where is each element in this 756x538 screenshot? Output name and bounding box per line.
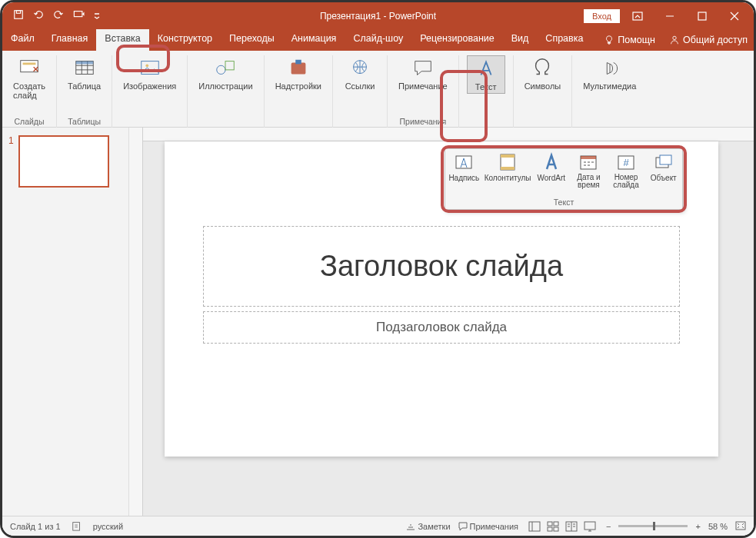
wordart-button[interactable]: WordArt xyxy=(532,149,570,197)
minimize-icon[interactable] xyxy=(655,5,684,28)
symbols-label: Символы xyxy=(525,81,561,91)
redo-icon[interactable] xyxy=(53,9,64,22)
svg-rect-21 xyxy=(548,527,552,531)
images-button[interactable]: Изображения xyxy=(120,55,179,92)
svg-rect-17 xyxy=(72,522,79,530)
login-button[interactable]: Вход xyxy=(584,9,620,23)
zoom-in-icon[interactable]: + xyxy=(695,522,700,531)
svg-rect-22 xyxy=(554,527,558,531)
symbols-button[interactable]: Символы xyxy=(521,55,565,92)
share-label: Общий доступ xyxy=(683,35,748,45)
svg-rect-25 xyxy=(736,522,745,530)
datetime-label: Дата и время xyxy=(577,174,601,189)
reading-view-icon[interactable] xyxy=(563,520,580,533)
svg-rect-19 xyxy=(548,522,552,526)
textbox-label: Надпись xyxy=(448,174,479,182)
subtitle-placeholder[interactable]: Подзаголовок слайда xyxy=(203,311,680,344)
spellcheck-icon[interactable] xyxy=(72,520,82,533)
addins-button[interactable]: Надстройки xyxy=(272,55,325,92)
close-icon[interactable] xyxy=(720,5,749,28)
title-placeholder[interactable]: Заголовок слайда xyxy=(203,226,680,307)
textbox-button[interactable]: Надпись xyxy=(445,149,483,197)
ribbon: Создать слайд Слайды Таблица Таблицы Изо… xyxy=(2,51,754,128)
svg-point-5 xyxy=(673,36,676,39)
svg-rect-0 xyxy=(15,11,23,19)
share-button[interactable]: Общий доступ xyxy=(663,35,754,45)
status-bar: Слайд 1 из 1 русский Заметки Примечания … xyxy=(2,516,754,536)
svg-rect-7 xyxy=(23,63,36,65)
illustrations-button[interactable]: Иллюстрации xyxy=(195,55,255,92)
group-slides-label: Слайды xyxy=(14,117,44,128)
text-flyout-panel: Надпись Колонтитулы WordArt Дата и время… xyxy=(445,148,683,210)
images-label: Изображения xyxy=(123,81,176,91)
slideshow-view-icon[interactable] xyxy=(581,520,598,533)
save-icon[interactable] xyxy=(13,9,24,22)
slide-thumbnail-1[interactable] xyxy=(18,135,109,188)
qat-dropdown-icon[interactable] xyxy=(94,11,100,22)
slidenumber-button[interactable]: #Номер слайда xyxy=(608,149,645,197)
ribbon-display-icon[interactable] xyxy=(623,5,652,28)
tab-transitions[interactable]: Переходы xyxy=(221,29,283,51)
object-button[interactable]: Объект xyxy=(644,149,682,197)
tell-me-button[interactable]: Помощн xyxy=(598,35,661,45)
horizontal-ruler xyxy=(143,128,754,141)
window-title: Презентация1 - PowerPoint xyxy=(320,11,436,22)
fit-to-window-icon[interactable] xyxy=(735,521,746,532)
sorter-view-icon[interactable] xyxy=(545,520,561,533)
wordart-label: WordArt xyxy=(538,174,566,182)
tab-slideshow[interactable]: Слайд-шоу xyxy=(345,29,411,51)
svg-rect-1 xyxy=(16,11,20,14)
tab-review[interactable]: Рецензирование xyxy=(411,29,503,51)
flyout-group-label: Текст xyxy=(445,197,682,209)
tab-help[interactable]: Справка xyxy=(537,29,591,51)
undo-icon[interactable] xyxy=(33,9,44,22)
svg-rect-15 xyxy=(295,60,301,65)
zoom-out-icon[interactable]: − xyxy=(606,522,611,531)
tab-animations[interactable]: Анимация xyxy=(283,29,345,51)
text-button[interactable]: Текст xyxy=(467,55,505,94)
svg-rect-24 xyxy=(584,522,595,530)
svg-point-12 xyxy=(217,65,225,74)
svg-rect-14 xyxy=(291,63,305,75)
svg-rect-2 xyxy=(74,12,82,17)
svg-rect-18 xyxy=(529,522,540,531)
tab-view[interactable]: Вид xyxy=(503,29,538,51)
svg-point-11 xyxy=(145,64,148,67)
table-label: Таблица xyxy=(68,81,101,91)
tab-file[interactable]: Файл xyxy=(2,29,43,51)
zoom-value[interactable]: 58 % xyxy=(708,522,728,531)
notes-label: Заметки xyxy=(418,522,450,531)
group-tables-label: Таблицы xyxy=(68,117,101,128)
datetime-button[interactable]: Дата и время xyxy=(570,149,608,197)
svg-rect-20 xyxy=(554,522,558,526)
svg-rect-9 xyxy=(75,61,93,65)
comments-button[interactable]: Примечания xyxy=(458,522,519,531)
new-slide-button[interactable]: Создать слайд xyxy=(10,55,48,101)
normal-view-icon[interactable] xyxy=(526,520,543,533)
tab-design[interactable]: Конструктор xyxy=(149,29,221,51)
slide-info: Слайд 1 из 1 xyxy=(10,522,61,531)
illustrations-label: Иллюстрации xyxy=(198,81,252,91)
zoom-slider[interactable] xyxy=(618,525,688,527)
svg-rect-13 xyxy=(225,61,234,70)
links-button[interactable]: Ссылки xyxy=(341,55,379,92)
start-from-beginning-icon[interactable] xyxy=(73,9,85,22)
title-bar: Презентация1 - PowerPoint Вход xyxy=(2,2,754,29)
notes-button[interactable]: Заметки xyxy=(406,522,450,531)
comment-button[interactable]: Примечание xyxy=(395,55,451,92)
table-button[interactable]: Таблица xyxy=(65,55,104,92)
object-label: Объект xyxy=(651,174,677,182)
ribbon-tabs: Файл Главная Вставка Конструктор Переход… xyxy=(2,29,754,51)
headerfooter-label: Колонтитулы xyxy=(485,174,531,182)
vertical-ruler xyxy=(129,128,143,516)
media-button[interactable]: Мультимедиа xyxy=(580,55,639,92)
svg-rect-10 xyxy=(141,61,158,75)
language-label[interactable]: русский xyxy=(93,522,123,531)
tab-home[interactable]: Главная xyxy=(43,29,97,51)
slidenumber-label: Номер слайда xyxy=(613,174,638,189)
maximize-icon[interactable] xyxy=(688,5,717,28)
headerfooter-button[interactable]: Колонтитулы xyxy=(483,149,533,197)
svg-rect-28 xyxy=(501,154,515,158)
links-label: Ссылки xyxy=(345,81,375,91)
tab-insert[interactable]: Вставка xyxy=(96,29,148,51)
